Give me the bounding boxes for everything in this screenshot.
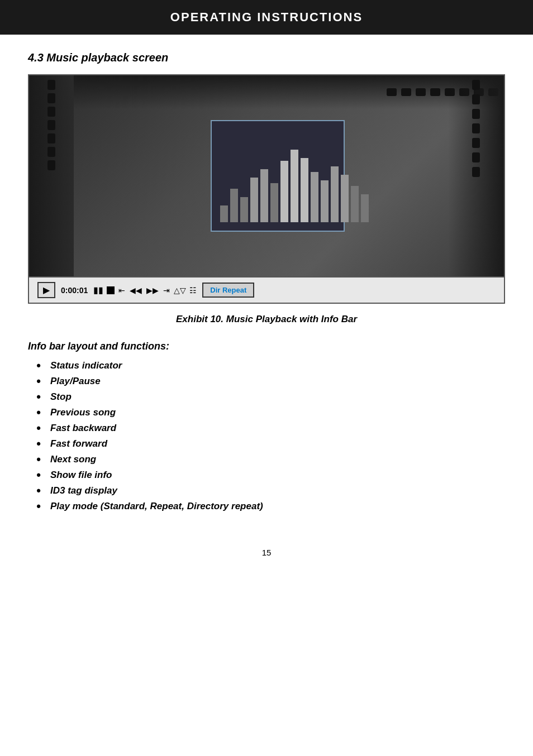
next-song-button[interactable]: ⇥ <box>163 286 170 295</box>
film-hole-left <box>47 133 55 143</box>
film-hole-left <box>47 107 55 117</box>
eq-bar-10 <box>321 180 329 222</box>
page-number: 15 <box>28 548 505 557</box>
film-hole <box>430 88 440 96</box>
eq-bar-3 <box>250 178 258 222</box>
infobar-layout-title: Info bar layout and functions: <box>28 341 505 352</box>
exhibit-caption: Exhibit 10. Music Playback with Info Bar <box>28 314 505 325</box>
film-hole-left <box>47 93 55 103</box>
infobar-item-1: Play/Pause <box>28 374 505 389</box>
film-strip-top <box>29 75 504 109</box>
eq-bar-5 <box>270 183 278 222</box>
film-hole-right <box>472 123 480 133</box>
film-hole <box>387 88 397 96</box>
player-screenshot: ▶ 0:00:01 ▮▮ ⇤ ◀◀ ▶▶ ⇥ △▽ ☷ Dir Repeat <box>28 74 505 304</box>
infobar-item-6: Next song <box>28 452 505 467</box>
player-main-area <box>29 75 504 276</box>
eq-bar-2 <box>240 197 248 222</box>
eq-bar-1 <box>230 189 238 222</box>
infobar-item-9: Play mode (Standard, Repeat, Directory r… <box>28 499 505 514</box>
play-mode-display[interactable]: Dir Repeat <box>202 283 254 298</box>
section-title: 4.3 Music playback screen <box>28 51 505 64</box>
film-hole-right <box>472 109 480 119</box>
file-info-icon[interactable]: ☷ <box>189 286 197 295</box>
infobar-item-5: Fast forward <box>28 436 505 452</box>
infobar-item-2: Stop <box>28 389 505 405</box>
page-content: 4.3 Music playback screen <box>0 35 533 574</box>
infobar-item-4: Fast backward <box>28 420 505 436</box>
infobar-functions-list: Status indicatorPlay/PauseStopPrevious s… <box>28 358 505 514</box>
film-hole-right <box>472 167 480 177</box>
equalizer-display <box>211 120 345 232</box>
play-button[interactable]: ▶ <box>37 282 55 298</box>
eq-bar-13 <box>351 186 359 222</box>
eq-bar-14 <box>361 194 369 222</box>
infobar-item-8: ID3 tag display <box>28 483 505 499</box>
film-strip-right <box>448 75 504 276</box>
infobar-item-3: Previous song <box>28 405 505 420</box>
film-hole-left <box>47 160 55 170</box>
film-hole-right <box>472 94 480 104</box>
film-hole-right <box>472 80 480 90</box>
stop-icon[interactable] <box>107 286 115 294</box>
film-strip-left <box>29 75 74 276</box>
infobar-item-7: Show file info <box>28 467 505 483</box>
film-hole-right <box>472 138 480 148</box>
film-hole-left <box>47 147 55 157</box>
eq-bar-0 <box>220 205 228 222</box>
eq-bar-12 <box>341 175 349 222</box>
header-title: OPERATING INSTRUCTIONS <box>170 10 363 24</box>
info-bar: ▶ 0:00:01 ▮▮ ⇤ ◀◀ ▶▶ ⇥ △▽ ☷ Dir Repeat <box>29 276 504 303</box>
eq-bar-7 <box>291 150 298 222</box>
fast-forward-button[interactable]: ▶▶ <box>146 286 159 295</box>
volume-icon[interactable]: △▽ <box>174 286 186 295</box>
pause-icon[interactable]: ▮▮ <box>93 285 103 295</box>
page-header: OPERATING INSTRUCTIONS <box>0 0 533 35</box>
eq-bar-9 <box>311 172 318 222</box>
play-icon: ▶ <box>43 285 50 295</box>
eq-bar-11 <box>331 166 339 222</box>
eq-bar-4 <box>260 169 268 222</box>
film-hole-left <box>47 120 55 130</box>
previous-song-button[interactable]: ⇤ <box>118 286 126 295</box>
infobar-item-0: Status indicator <box>28 358 505 374</box>
film-hole-left <box>47 80 55 90</box>
eq-bar-6 <box>280 161 288 222</box>
time-display: 0:00:01 <box>59 286 90 295</box>
film-hole-right <box>472 152 480 162</box>
film-hole <box>401 88 411 96</box>
film-hole <box>416 88 426 96</box>
fast-backward-button[interactable]: ◀◀ <box>129 286 142 295</box>
eq-bar-8 <box>301 158 308 222</box>
